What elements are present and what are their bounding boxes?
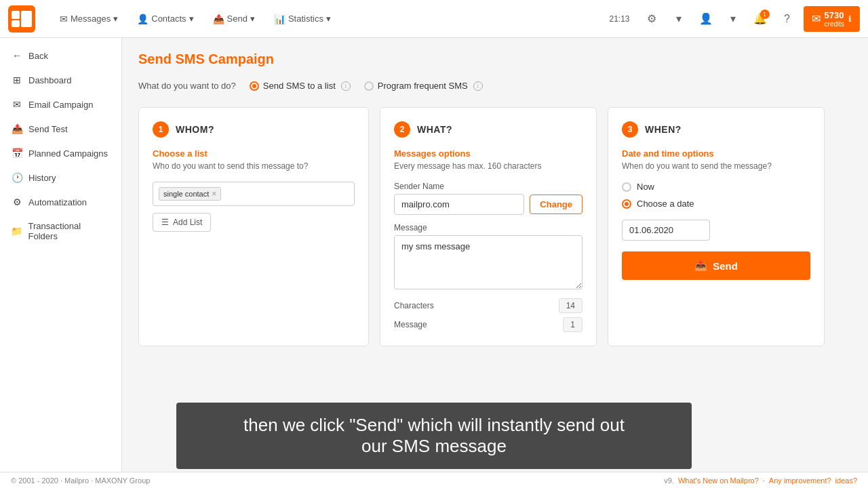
when-column: 3 WHEN? Date and time options When do yo… xyxy=(608,107,825,346)
footer-right: v9. What's New on Mailpro? · Any improve… xyxy=(664,476,857,485)
history-icon: 🕐 xyxy=(11,172,23,183)
when-step-number: 3 xyxy=(622,121,638,138)
list-icon: ☰ xyxy=(161,218,169,227)
info-icon-2[interactable]: i xyxy=(473,81,483,91)
send-icon: 📤 xyxy=(213,14,224,24)
send-icon: 📤 xyxy=(694,260,707,272)
sidebar-item-transactional-folders[interactable]: 📁 Transactional Folders xyxy=(0,214,121,248)
credits-info-icon: ℹ xyxy=(848,14,852,24)
sidebar-item-label: Dashboard xyxy=(28,75,72,85)
footer-ideas-link[interactable]: ideas? xyxy=(835,476,857,485)
chevron-down-icon[interactable]: ▾ xyxy=(668,8,690,30)
list-tag: single contact × xyxy=(159,187,221,201)
back-icon: ← xyxy=(11,50,23,61)
credits-amount: 5730 xyxy=(825,10,844,20)
message-textarea[interactable]: my sms message xyxy=(394,235,583,289)
radio-date-label: Choose a date xyxy=(637,199,694,209)
what-label: What do you want to do? xyxy=(138,81,236,91)
radio-send-sms-to-list[interactable]: Send SMS to a list i xyxy=(250,81,351,91)
sidebar: ← Back ⊞ Dashboard ✉ Email Campaign 📤 Se… xyxy=(0,38,122,488)
sidebar-item-planned-campaigns[interactable]: 📅 Planned Campaigns xyxy=(0,141,121,165)
radio-date-circle xyxy=(622,199,631,209)
sidebar-item-label: Transactional Folders xyxy=(28,221,111,241)
sidebar-item-history[interactable]: 🕐 History xyxy=(0,165,121,190)
folder-icon: 📁 xyxy=(11,226,23,237)
when-subtitle: Date and time options xyxy=(622,148,810,159)
message-count-value: 1 xyxy=(563,317,583,332)
statistics-icon: 📊 xyxy=(274,14,285,24)
sender-row: Change xyxy=(394,194,583,215)
nav-messages[interactable]: ✉ Messages ▾ xyxy=(52,9,126,28)
account-button[interactable]: 👤 xyxy=(695,8,717,30)
sidebar-item-label: Email Campaign xyxy=(28,100,93,110)
characters-label: Characters xyxy=(394,301,434,310)
radio-choose-date[interactable]: Choose a date xyxy=(622,199,810,209)
nav-contacts[interactable]: 👤 Contacts ▾ xyxy=(129,9,201,28)
nav-statistics[interactable]: 📊 Statistics ▾ xyxy=(266,9,339,28)
whom-column: 1 WHOM? Choose a list Who do you want to… xyxy=(138,107,369,346)
settings-button[interactable]: ⚙ xyxy=(641,8,663,30)
when-radio-group: Now Choose a date xyxy=(622,182,810,209)
whom-subtitle: Choose a list xyxy=(153,148,355,159)
notifications-button[interactable]: 🔔 1 xyxy=(749,8,771,30)
radio-circle-unselected xyxy=(364,81,374,91)
credits-button[interactable]: ✉ 5730 credits ℹ xyxy=(804,6,860,32)
subtitle-bar: then we click "Send" which will instantl… xyxy=(176,403,692,469)
topnav: ✉ Messages ▾ 👤 Contacts ▾ 📤 Send ▾ 📊 Sta… xyxy=(0,0,868,38)
credits-label: credits xyxy=(825,20,844,28)
when-description: When do you want to send the message? xyxy=(622,161,810,171)
nav-send-label: Send xyxy=(227,14,248,24)
radio-now[interactable]: Now xyxy=(622,182,810,192)
radio-circle-selected xyxy=(250,81,259,91)
chevron-down-icon: ▾ xyxy=(189,14,194,24)
chevron-down-icon: ▾ xyxy=(250,14,255,24)
topnav-right: 21:13 ⚙ ▾ 👤 ▾ 🔔 1 ? ✉ 5730 credits ℹ xyxy=(610,6,860,32)
date-input[interactable] xyxy=(622,220,710,241)
message-count-row: Message 1 xyxy=(394,317,583,332)
chevron-down-icon: ▾ xyxy=(326,14,331,24)
footer: © 2001 - 2020 · Mailpro · MAXONY Group v… xyxy=(0,472,868,488)
sidebar-item-back[interactable]: ← Back xyxy=(0,43,121,68)
sidebar-item-dashboard[interactable]: ⊞ Dashboard xyxy=(0,68,121,92)
what-description: Every message has max. 160 characters xyxy=(394,161,583,171)
sidebar-item-send-test[interactable]: 📤 Send Test xyxy=(0,117,121,141)
account-chevron[interactable]: ▾ xyxy=(722,8,744,30)
whom-header: 1 WHOM? xyxy=(153,121,355,138)
when-step-title: WHEN? xyxy=(645,124,682,135)
email-icon: ✉ xyxy=(812,12,821,25)
change-sender-button[interactable]: Change xyxy=(530,195,583,214)
sidebar-item-label: Send Test xyxy=(28,124,68,134)
page-title: Send SMS Campaign xyxy=(138,52,852,67)
sidebar-item-label: Automatization xyxy=(28,197,87,207)
add-list-button[interactable]: ☰ Add List xyxy=(153,213,211,232)
footer-copyright: © 2001 - 2020 · Mailpro · MAXONY Group xyxy=(11,476,150,485)
help-button[interactable]: ? xyxy=(776,8,798,30)
sender-name-input[interactable] xyxy=(394,194,524,215)
add-list-label: Add List xyxy=(173,218,202,227)
sidebar-item-email-campaign[interactable]: ✉ Email Campaign xyxy=(0,92,121,117)
svg-rect-2 xyxy=(12,20,20,27)
email-campaign-icon: ✉ xyxy=(11,99,23,110)
footer-separator: · xyxy=(763,476,765,485)
subtitle-line1: then we click "Send" which will instantl… xyxy=(190,415,678,436)
nav-send[interactable]: 📤 Send ▾ xyxy=(205,9,263,28)
footer-whats-new-link[interactable]: What's New on Mailpro? xyxy=(678,476,759,485)
list-tag-input[interactable]: single contact × xyxy=(153,182,355,206)
tag-remove-icon[interactable]: × xyxy=(212,189,216,199)
logo[interactable] xyxy=(8,5,35,33)
chevron-down-icon: ▾ xyxy=(113,14,118,24)
dashboard-icon: ⊞ xyxy=(11,75,23,85)
footer-any-improvement-link[interactable]: Any improvement? xyxy=(769,476,831,485)
whom-step-number: 1 xyxy=(153,121,169,138)
svg-rect-1 xyxy=(12,11,20,19)
automatization-icon: ⚙ xyxy=(11,197,23,207)
contacts-icon: 👤 xyxy=(137,14,149,24)
sidebar-item-label: Back xyxy=(28,51,48,61)
characters-count: 14 xyxy=(559,298,583,313)
info-icon-1[interactable]: i xyxy=(341,81,351,91)
what-subtitle: Messages options xyxy=(394,148,583,159)
radio-label-2: Program frequent SMS xyxy=(378,81,468,91)
send-button[interactable]: 📤 Send xyxy=(622,251,810,280)
radio-program-frequent-sms[interactable]: Program frequent SMS i xyxy=(364,81,483,91)
sidebar-item-automatization[interactable]: ⚙ Automatization xyxy=(0,190,121,214)
